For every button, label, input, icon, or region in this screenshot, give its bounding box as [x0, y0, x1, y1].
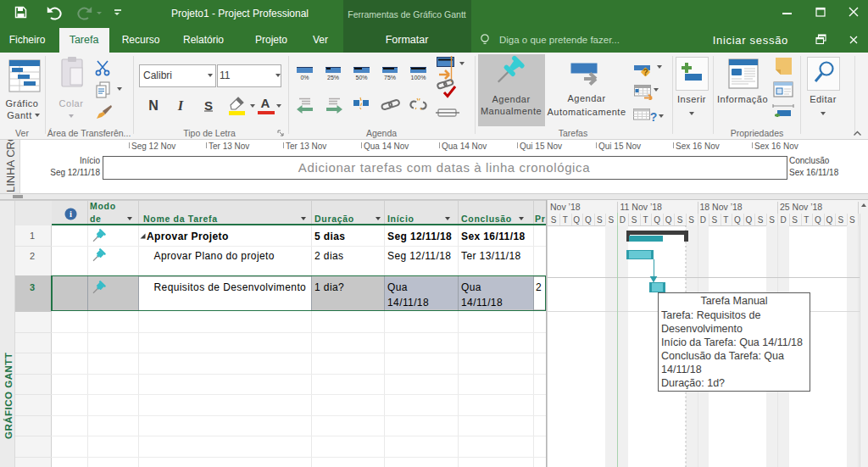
svg-text:i: i — [70, 209, 72, 219]
svg-text:?: ? — [643, 68, 648, 77]
svg-text:?: ? — [650, 110, 658, 124]
